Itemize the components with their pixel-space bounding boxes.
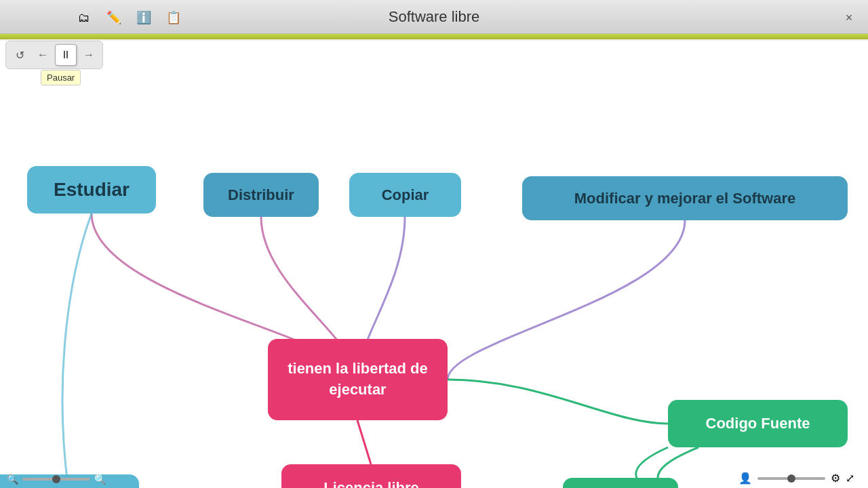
node-libertad[interactable]: tienen la libertad de ejecutar [268,339,448,420]
zoom-in-icon[interactable]: 🔍 [94,474,106,485]
node-calidad[interactable]: Calidad [563,478,678,488]
nav-bar[interactable]: ↺ ← ⏸ → [5,41,103,69]
share-icon[interactable]: 📋 [164,8,183,27]
zoom-out-icon[interactable]: 🔍 [7,474,18,485]
info-icon[interactable]: ℹ️ [134,8,153,27]
restart-button[interactable]: ↺ [9,44,31,66]
mindmap-canvas: Estudiar Distribuir Copiar Modificar y m… [0,41,868,488]
toolbar-stripe [0,34,868,39]
person-icon[interactable]: 👤 [738,472,752,485]
node-licencia[interactable]: Licencia libre [281,464,461,488]
right-slider[interactable] [757,477,825,480]
zoom-slider[interactable] [22,478,90,481]
title-bar: 🗂 ✏️ ℹ️ 📋 Software libre × [0,0,868,34]
back-button[interactable]: ← [32,44,54,66]
node-codigo[interactable]: Codigo Fuente [668,400,848,447]
bottom-left-controls: 🔍 🔍 [7,474,106,485]
node-distribuir[interactable]: Distribuir [203,173,319,217]
toolbar-icons[interactable]: 🗂 ✏️ ℹ️ 📋 [75,8,183,27]
pause-tooltip: Pausar [41,70,81,85]
window-title: Software libre [389,8,480,26]
edit-icon[interactable]: ✏️ [104,8,123,27]
fullscreen-icon[interactable]: ⤢ [846,472,854,485]
bottom-right-controls: 👤 ⚙ ⤢ [738,472,854,485]
node-estudiar[interactable]: Estudiar [27,166,156,214]
forward-button[interactable]: → [78,44,100,66]
node-modificar[interactable]: Modificar y mejorar el Software [522,176,848,220]
folder-icon[interactable]: 🗂 [75,8,94,27]
settings-icon[interactable]: ⚙ [831,472,840,485]
node-copiar[interactable]: Copiar [349,173,461,217]
close-button[interactable]: × [841,9,857,26]
pause-button[interactable]: ⏸ [55,44,77,66]
